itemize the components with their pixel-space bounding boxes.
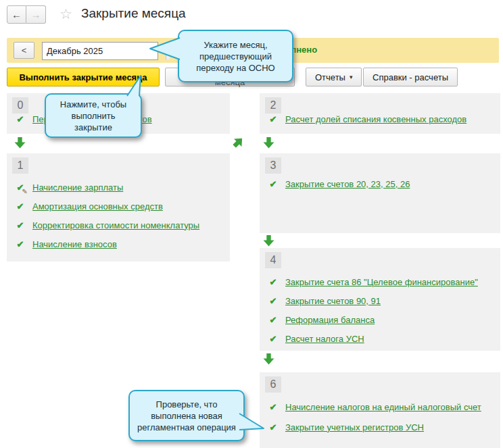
check-icon: ✔	[268, 314, 279, 325]
operation-link-indirect-costs[interactable]: Расчет долей списания косвенных расходов	[285, 114, 466, 124]
tooltip-run-hint: Нажмите, чтобы выполнить закрытие	[45, 93, 142, 138]
operation-link-contributions[interactable]: Начисление взносов	[32, 239, 117, 249]
operation-row: ✔ Начисление взносов	[15, 234, 226, 253]
check-edited-icon: ✔ ✎	[15, 182, 26, 193]
tooltip-text: Укажите месяц, предшествующий переходу н…	[179, 36, 292, 76]
section-1: 1 ✔ ✎ Начисление зарплаты ✔ Амортизация …	[7, 153, 230, 262]
operation-link-depreciation[interactable]: Амортизация основных средств	[32, 201, 163, 211]
operation-link-close-accounts-20-26[interactable]: Закрытие счетов 20, 23, 25, 26	[285, 179, 410, 189]
operation-link-payroll[interactable]: Начисление зарплаты	[32, 182, 123, 193]
operation-link-single-tax-account[interactable]: Начисление налогов на единый налоговый с…	[285, 402, 481, 412]
check-icon: ✔	[268, 276, 279, 287]
window-header: ← → ☆ Закрытие месяца	[0, 0, 503, 31]
flow-down-arrow-icon	[14, 137, 26, 149]
reports-label: Отчеты	[315, 72, 345, 82]
flow-down-arrow-icon	[263, 137, 274, 149]
operation-link-balance-reformation[interactable]: Реформация баланса	[285, 315, 375, 325]
back-button[interactable]: ←	[7, 5, 26, 24]
tooltip-tail-right-icon	[237, 409, 266, 434]
operation-link-close-usn-registers[interactable]: Закрытие учетных регистров УСН	[285, 422, 424, 432]
operation-link-item-cost-adjustment[interactable]: Корректировка стоимости номенклатуры	[32, 220, 199, 230]
operation-row: ✔ Реформация баланса	[268, 310, 496, 329]
operation-row: ✔ ✎ Начисление зарплаты	[15, 178, 226, 197]
operation-row: ✔ Расчет долей списания косвенных расход…	[268, 109, 496, 128]
forward-arrow-icon: →	[31, 9, 41, 20]
operation-row: ✔ Расчет налога УСН	[268, 329, 496, 348]
section-number: 3	[265, 157, 281, 174]
operation-row: ✔ Закрытие счетов 90, 91	[268, 291, 496, 310]
operation-link-usn-tax-calculation[interactable]: Расчет налога УСН	[285, 334, 364, 344]
section-3: 3 ✔ Закрытие счетов 20, 23, 25, 26	[260, 153, 500, 233]
check-icon: ✔	[268, 295, 279, 306]
tooltip-tail-left-icon	[146, 32, 181, 62]
back-arrow-icon: ←	[11, 9, 22, 20]
operation-link-close-account-86[interactable]: Закрытие счета 86 "Целевое финансировани…	[285, 277, 478, 287]
flow-diagonal-arrow-icon	[230, 134, 246, 150]
check-icon: ✔	[268, 178, 279, 189]
check-icon: ✔	[15, 201, 26, 211]
operation-row: ✔ Начисление налогов на единый налоговый…	[268, 397, 496, 417]
operation-link-close-accounts-90-91[interactable]: Закрытие счетов 90, 91	[285, 296, 381, 306]
forward-button[interactable]: →	[26, 5, 46, 24]
section-4: 4 ✔ Закрытие счета 86 "Целевое финансиро…	[260, 248, 500, 351]
check-icon: ✔	[268, 333, 279, 344]
section-6: 6 ✔ Начисление налогов на единый налогов…	[260, 372, 500, 448]
operation-row: ✔ Амортизация основных средств	[15, 197, 226, 216]
reports-button[interactable]: Отчеты ▾	[306, 68, 362, 86]
tooltip-month-hint: Укажите месяц, предшествующий переходу н…	[178, 30, 293, 82]
check-icon: ✔	[268, 422, 279, 432]
section-number: 4	[265, 252, 281, 268]
section-2: 2 ✔ Расчет долей списания косвенных расх…	[260, 93, 500, 134]
tooltip-check-hint: Проверьте, что выполнена новая регламент…	[128, 390, 245, 441]
operation-row: ✔ Закрытие счета 86 "Целевое финансирова…	[268, 272, 496, 291]
flow-down-arrow-icon	[263, 353, 274, 365]
tooltip-text: Проверьте, что выполнена новая регламент…	[130, 396, 243, 436]
operation-row: ✔ Корректировка стоимости номенклатуры	[15, 216, 226, 234]
page-title: Закрытие месяца	[81, 6, 186, 21]
favorite-star-icon[interactable]: ☆	[59, 6, 72, 22]
section-number: 6	[265, 376, 281, 393]
check-icon: ✔	[268, 401, 279, 412]
check-icon: ✔	[15, 220, 26, 230]
tooltip-tail-up-icon	[126, 74, 153, 97]
section-number: 1	[12, 157, 28, 174]
pencil-icon: ✎	[22, 188, 28, 195]
check-icon: ✔	[15, 239, 26, 249]
month-field: ▾	[42, 42, 158, 60]
tooltip-text: Нажмите, чтобы выполнить закрытие	[46, 96, 141, 136]
prev-month-button[interactable]: <	[14, 42, 34, 59]
history-nav: ← →	[7, 5, 46, 24]
operation-row: ✔ Закрытие счетов 20, 23, 25, 26	[268, 174, 496, 193]
check-icon: ✔	[15, 114, 26, 124]
chevron-down-icon: ▾	[350, 74, 353, 80]
certificates-calculations-button[interactable]: Справки - расчеты	[363, 68, 458, 86]
operation-row: ✔ Закрытие учетных регистров УСН	[268, 417, 496, 437]
check-icon: ✔	[268, 114, 279, 124]
flow-down-arrow-icon	[263, 235, 274, 247]
